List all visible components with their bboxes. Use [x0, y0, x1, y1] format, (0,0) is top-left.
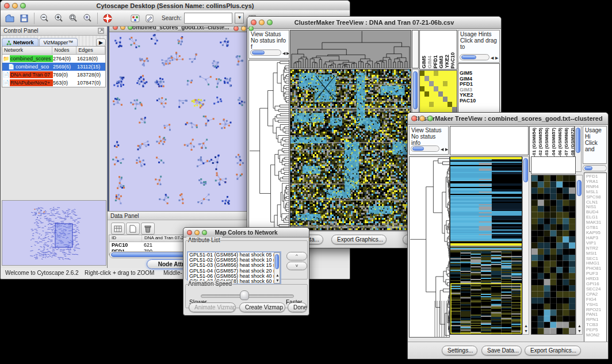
birdseye-view[interactable] [2, 200, 106, 266]
gene-label[interactable]: MON2 [586, 333, 606, 338]
zoom-in-icon[interactable] [53, 13, 64, 24]
open-session-icon[interactable] [4, 13, 16, 24]
scroll-left-icon[interactable]: ◀ [441, 147, 443, 152]
save-session-icon[interactable] [18, 13, 30, 24]
scroll-gutter[interactable] [412, 30, 419, 68]
dialog-titlebar[interactable]: Map Colors to Network [183, 228, 309, 237]
speed-slider-thumb[interactable] [240, 290, 249, 300]
move-down-button[interactable]: v [286, 262, 307, 270]
zoom-button[interactable] [128, 26, 133, 30]
export-graphics-button[interactable]: Export Graphics... [525, 346, 581, 355]
animate-vizmap-button[interactable]: Animate Vizmap [189, 302, 236, 312]
scroll-down-icon[interactable]: ▼ [276, 278, 280, 283]
save-data-button[interactable]: Save Data... [481, 346, 522, 355]
treeview1-titlebar[interactable]: ClusterMaker TreeView : DNA and Tran 07-… [247, 17, 501, 29]
col-id[interactable]: ID [109, 235, 142, 242]
view-status-scrollbar[interactable] [250, 49, 281, 56]
tab-vizmapper[interactable]: VizMapper™ [39, 38, 78, 47]
network-row[interactable]: 📄 RNAPuberNov2+ 563(0) 107847(0) [2, 79, 105, 87]
treeview2-titlebar[interactable]: ClusterMaker TreeView : combined_scores_… [408, 113, 608, 125]
column-dendrogram-canvas[interactable] [290, 30, 411, 68]
zoom-heatmap-pane[interactable] [531, 175, 576, 335]
help-lifebuoy-icon[interactable] [102, 13, 113, 24]
col-edges[interactable]: Edges [76, 47, 105, 54]
tab-network[interactable]: Network [2, 38, 39, 47]
col-nodes[interactable]: Nodes [52, 47, 76, 54]
close-button[interactable] [411, 116, 417, 121]
tv2-vscrollbar[interactable]: ▲ ▼ [522, 156, 529, 335]
attribute-list[interactable]: GPL51-01 (GSM854) heat shock 05 minGPL51… [187, 251, 281, 285]
minimize-button[interactable] [241, 26, 246, 31]
minimize-button[interactable] [12, 3, 18, 9]
attribute-list-scrollbar[interactable]: ▲ ▼ [274, 252, 280, 283]
column-label[interactable]: PFD1 [433, 55, 438, 68]
done-button[interactable]: Done [288, 302, 307, 312]
minimize-button[interactable] [419, 116, 425, 121]
annotation-icon[interactable] [144, 13, 155, 24]
scroll-left-icon[interactable]: ◀ [491, 56, 494, 60]
col-network[interactable]: Network [2, 47, 52, 54]
vizmapper-icon[interactable] [129, 13, 141, 24]
row-dendrogram-pane[interactable] [409, 156, 450, 338]
column-label[interactable]: YKE2 [444, 55, 450, 68]
row-dendrogram-canvas[interactable] [410, 157, 449, 337]
zoom-out-icon[interactable] [39, 13, 50, 24]
scroll-right-icon[interactable]: ▶ [495, 56, 498, 60]
search-combo-arrow-icon[interactable]: ▼ [235, 13, 244, 24]
column-dendrogram-pane[interactable] [450, 126, 529, 155]
network-row[interactable]: 📄 combined_sco 2569(6) 13112(15) [2, 63, 105, 71]
row-dendrogram-pane[interactable] [248, 60, 289, 231]
usage-hints-scrollbar[interactable] [583, 165, 607, 171]
close-button[interactable] [4, 3, 10, 9]
close-button[interactable] [251, 20, 257, 25]
column-label[interactable]: PAC10 [450, 52, 456, 68]
column-label[interactable]: GIM4 [427, 56, 433, 68]
column-label[interactable]: GIM5 [421, 56, 427, 68]
column-label[interactable]: GIM3 [438, 56, 444, 68]
heatmap-pane[interactable] [450, 156, 522, 335]
usage-hints-scrollbar[interactable] [460, 54, 489, 60]
zoom-button[interactable] [202, 230, 207, 235]
float-panel-icon[interactable] [98, 28, 104, 34]
zoom-button[interactable] [267, 20, 273, 25]
network-canvas[interactable] [110, 32, 248, 211]
attribute-select-icon[interactable] [111, 223, 125, 235]
move-up-button[interactable]: ^ [286, 252, 307, 260]
birdseye-canvas[interactable] [2, 201, 105, 264]
tv2-zoom-scrollbar[interactable]: ▲ ▼ [576, 175, 583, 335]
scroll-right-icon[interactable]: ▶ [286, 51, 289, 56]
matrix-row-label[interactable]: PAC10 [458, 98, 499, 104]
minimize-button[interactable] [194, 230, 200, 235]
minimize-button[interactable] [120, 26, 125, 30]
row-dendrogram-canvas[interactable] [249, 60, 289, 230]
tab-overflow-arrow[interactable]: ▶ [96, 39, 106, 47]
scroll-down-icon[interactable]: ▼ [524, 329, 528, 334]
scroll-up-icon[interactable]: ▲ [577, 324, 582, 328]
delete-attribute-icon[interactable] [141, 223, 155, 235]
zoom-fit-icon[interactable] [67, 13, 79, 24]
view-status-scrollbar[interactable] [411, 145, 439, 152]
create-vizmap-button[interactable]: Create Vizmap [239, 302, 285, 312]
close-button[interactable] [113, 26, 118, 30]
zoom-button[interactable] [427, 116, 433, 121]
matrix-overview-pane[interactable] [419, 70, 457, 113]
network-row[interactable]: 📄 DNA and Tran 07 769(0) 183728(0) [2, 71, 105, 79]
network-row[interactable]: 📁 combined_scores 2764(0) 16218(0) [2, 55, 105, 63]
minimize-button[interactable] [259, 20, 265, 25]
column-dendrogram-pane[interactable] [290, 30, 411, 68]
scroll-right-icon[interactable]: ▶ [445, 147, 448, 152]
scroll-up-icon[interactable]: ▲ [524, 324, 528, 328]
matrix-overview-canvas[interactable] [420, 71, 457, 112]
new-attribute-icon[interactable] [126, 223, 140, 235]
heatmap-canvas[interactable] [450, 157, 522, 334]
scroll-left-icon[interactable]: ◀ [282, 51, 285, 56]
zoom-button[interactable] [20, 3, 26, 9]
zoom-button[interactable] [248, 26, 254, 31]
scroll-down-icon[interactable]: ▼ [577, 329, 582, 334]
network-view-window[interactable]: combined_scores_good.txt--cluste... [109, 26, 250, 211]
cytoscape-titlebar[interactable]: Cytoscape Desktop (Session Name: collins… [1, 1, 350, 11]
close-button[interactable] [187, 230, 192, 235]
zoom-heatmap-canvas[interactable] [531, 175, 575, 334]
close-button[interactable] [234, 26, 239, 31]
heatmap-canvas[interactable] [290, 70, 411, 230]
